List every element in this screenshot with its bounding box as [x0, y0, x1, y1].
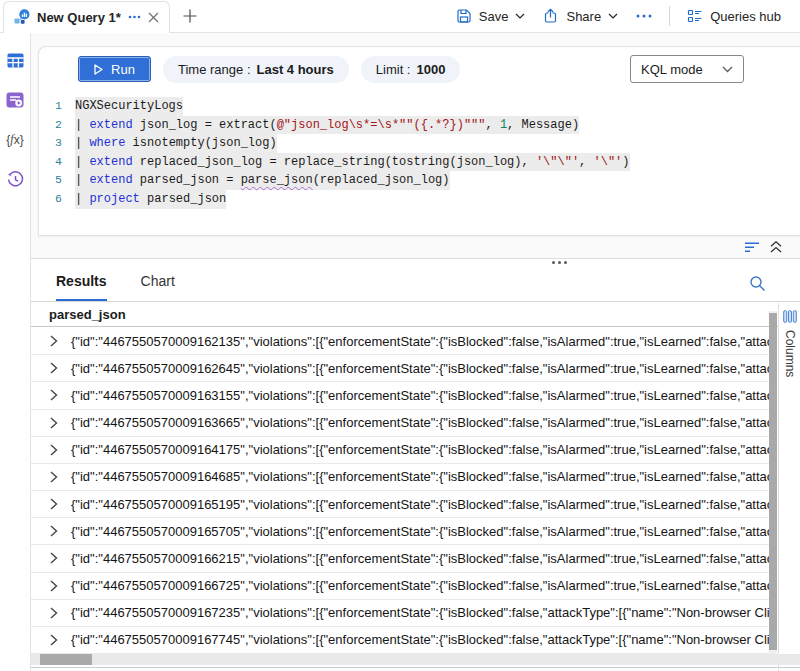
result-row[interactable]: {"id":"4467550570009167235","violations"…: [31, 600, 769, 627]
result-row[interactable]: {"id":"4467550570009163665","violations"…: [31, 410, 769, 437]
time-range-pill[interactable]: Time range : Last 4 hours: [163, 56, 349, 83]
line-number: 1: [39, 97, 75, 116]
columns-side-panel[interactable]: Columns: [778, 303, 800, 671]
result-row[interactable]: {"id":"4467550570009167745","violations"…: [31, 627, 769, 654]
results-tabs: Results Chart: [31, 259, 800, 302]
row-json-text: {"id":"4467550570009167745","violations"…: [71, 632, 769, 647]
grid-column-header[interactable]: parsed_json: [31, 302, 800, 327]
vertical-scrollbar-thumb[interactable]: [769, 313, 777, 650]
expand-row-icon[interactable]: [50, 552, 58, 564]
row-json-text: {"id":"4467550570009166725","violations"…: [71, 578, 769, 593]
row-json-text: {"id":"4467550570009164175","violations"…: [71, 442, 769, 457]
code-line[interactable]: 4| extend replaced_json_log = replace_st…: [39, 153, 800, 172]
code-line[interactable]: 1NGXSecurityLogs: [39, 97, 800, 116]
line-number: 5: [39, 171, 75, 190]
result-row[interactable]: {"id":"4467550570009162135","violations"…: [31, 328, 769, 355]
row-json-text: {"id":"4467550570009166215","violations"…: [71, 551, 769, 566]
expand-row-icon[interactable]: [50, 525, 58, 537]
share-icon: [543, 8, 559, 24]
query-toolbar: Run Time range : Last 4 hours Limit : 10…: [39, 47, 800, 87]
expand-row-icon[interactable]: [50, 498, 58, 510]
code-line[interactable]: 6| project parsed_json: [39, 190, 800, 209]
divider: [669, 6, 670, 26]
editor-footer-icons: [744, 241, 782, 253]
time-range-value: Last 4 hours: [257, 62, 334, 77]
tables-icon[interactable]: [7, 53, 24, 68]
adx-logo-icon: [14, 9, 30, 25]
tab-more-icon[interactable]: [128, 15, 141, 19]
share-label: Share: [566, 9, 601, 24]
chevron-down-icon: [722, 66, 733, 73]
code-text: | project parsed_json: [75, 190, 226, 209]
result-row[interactable]: {"id":"4467550570009163155","violations"…: [31, 382, 769, 409]
expand-row-icon[interactable]: [50, 471, 58, 483]
window-bottom-edge: [31, 667, 800, 668]
vertical-scrollbar[interactable]: [769, 311, 777, 654]
horizontal-scrollbar[interactable]: [31, 654, 800, 665]
code-line[interactable]: 2| extend json_log = extract(@"json_log\…: [39, 116, 800, 135]
kql-mode-select[interactable]: KQL mode: [630, 55, 744, 83]
tab-results[interactable]: Results: [56, 273, 107, 301]
filter-lines-icon[interactable]: [744, 242, 760, 253]
row-json-text: {"id":"4467550570009163665","violations"…: [71, 415, 769, 430]
save-label: Save: [479, 9, 509, 24]
expand-row-icon[interactable]: [50, 607, 58, 619]
result-row[interactable]: {"id":"4467550570009166725","violations"…: [31, 573, 769, 600]
expand-row-icon[interactable]: [50, 580, 58, 592]
line-number: 3: [39, 134, 75, 153]
chevron-down-icon: [515, 13, 525, 19]
horizontal-scrollbar-thumb[interactable]: [40, 654, 92, 665]
row-json-text: {"id":"4467550570009167235","violations"…: [71, 605, 769, 620]
columns-panel-label: Columns: [783, 330, 797, 377]
code-text: | extend replaced_json_log = replace_str…: [75, 153, 630, 172]
expand-row-icon[interactable]: [50, 634, 58, 646]
more-actions-icon[interactable]: [627, 14, 661, 18]
code-line[interactable]: 3| where isnotempty(json_log): [39, 134, 800, 153]
saved-scripts-icon[interactable]: [6, 92, 24, 108]
code-text: | where isnotempty(json_log): [75, 134, 277, 153]
line-number: 6: [39, 190, 75, 209]
run-button[interactable]: Run: [78, 56, 151, 82]
results-panel: Results Chart parsed_json {"id":"4467550…: [31, 258, 800, 671]
functions-icon[interactable]: {fx}: [6, 132, 23, 147]
line-number: 2: [39, 116, 75, 135]
result-row[interactable]: {"id":"4467550570009162645","violations"…: [31, 355, 769, 382]
results-rows: {"id":"4467550570009162135","violations"…: [31, 328, 769, 654]
result-row[interactable]: {"id":"4467550570009164685","violations"…: [31, 464, 769, 491]
queries-hub-button[interactable]: Queries hub: [678, 8, 790, 24]
result-row[interactable]: {"id":"4467550570009166215","violations"…: [31, 545, 769, 572]
save-button[interactable]: Save: [447, 8, 535, 24]
limit-pill[interactable]: Limit : 1000: [361, 56, 461, 83]
query-tab[interactable]: New Query 1*: [3, 1, 170, 34]
code-text: | extend json_log = extract(@"json_log\s…: [75, 116, 579, 135]
limit-value: 1000: [416, 62, 445, 77]
code-lines[interactable]: 1NGXSecurityLogs2| extend json_log = ext…: [39, 97, 800, 209]
expand-row-icon[interactable]: [50, 362, 58, 374]
row-json-text: {"id":"4467550570009162135","violations"…: [71, 334, 769, 349]
code-line[interactable]: 5| extend parsed_json = parse_json(repla…: [39, 171, 800, 190]
share-button[interactable]: Share: [534, 8, 627, 24]
result-row[interactable]: {"id":"4467550570009165705","violations"…: [31, 518, 769, 545]
tab-bar: New Query 1* Save Share: [0, 0, 800, 33]
query-history-icon[interactable]: [7, 171, 24, 188]
new-tab-button[interactable]: [183, 9, 197, 23]
expand-row-icon[interactable]: [50, 444, 58, 456]
save-icon: [456, 8, 472, 24]
result-row[interactable]: {"id":"4467550570009165195","violations"…: [31, 491, 769, 518]
collapse-panel-icon[interactable]: [770, 241, 782, 253]
line-number: 4: [39, 153, 75, 172]
chevron-down-icon: [608, 13, 618, 19]
expand-row-icon[interactable]: [50, 335, 58, 347]
expand-row-icon[interactable]: [50, 417, 58, 429]
row-json-text: {"id":"4467550570009163155","violations"…: [71, 388, 769, 403]
tab-title: New Query 1*: [37, 10, 121, 25]
expand-row-icon[interactable]: [50, 389, 58, 401]
result-row[interactable]: {"id":"4467550570009164175","violations"…: [31, 437, 769, 464]
queries-hub-label: Queries hub: [710, 9, 781, 24]
search-icon[interactable]: [749, 275, 766, 292]
tab-chart[interactable]: Chart: [141, 273, 175, 301]
time-range-label: Time range :: [178, 62, 251, 77]
query-editor-card: Run Time range : Last 4 hours Limit : 10…: [38, 46, 800, 236]
left-rail: {fx}: [0, 33, 31, 671]
tab-close-icon[interactable]: [148, 12, 159, 23]
